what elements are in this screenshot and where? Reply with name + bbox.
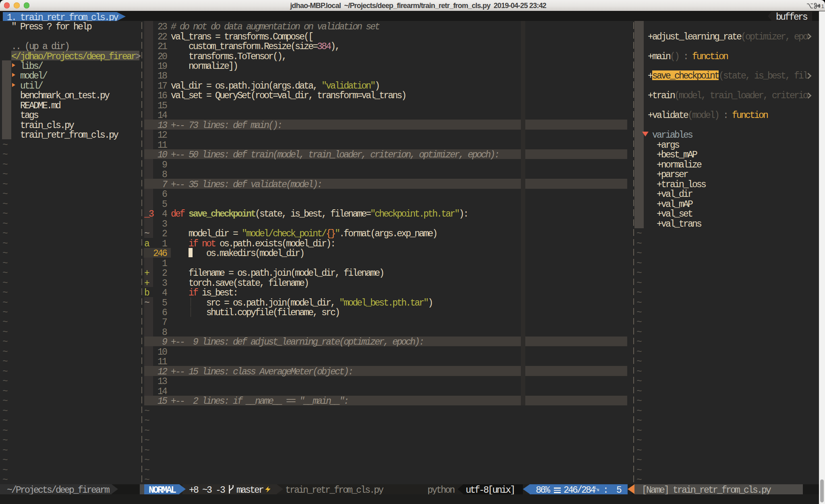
svg-text:1: 1 bbox=[821, 3, 825, 9]
